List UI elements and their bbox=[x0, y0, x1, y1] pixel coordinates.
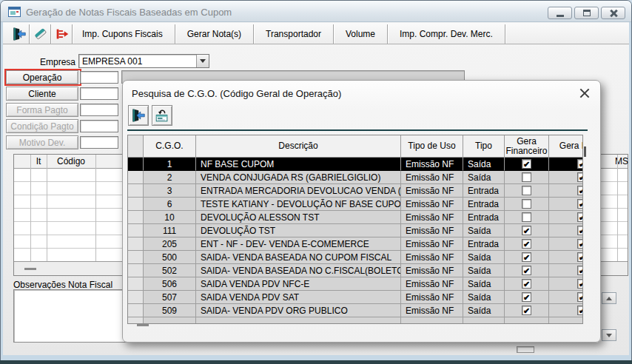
cell-tipo-de-uso: Emissão NF bbox=[401, 184, 463, 198]
gera-fiscal-checkbox[interactable] bbox=[577, 279, 583, 289]
header-gera-fiscal[interactable]: Gera Fiscal bbox=[549, 135, 583, 158]
side-button[interactable]: Operação bbox=[6, 70, 78, 84]
gera-fiscal-checkbox[interactable] bbox=[577, 199, 583, 209]
gera-fiscal-checkbox[interactable] bbox=[577, 186, 583, 195]
cell-tipo: Saída bbox=[463, 251, 505, 264]
gera-financeiro-checkbox[interactable] bbox=[522, 292, 531, 302]
header-tipo-de-uso[interactable]: Tipo de Uso bbox=[401, 135, 463, 158]
gera-financeiro-checkbox[interactable] bbox=[522, 239, 531, 249]
gera-financeiro-checkbox[interactable] bbox=[522, 226, 531, 235]
table-row[interactable]: 111 DEVOLUÇÃO TST Emissão NF Saída bbox=[128, 224, 583, 237]
gera-financeiro-checkbox[interactable] bbox=[522, 279, 531, 289]
table-row[interactable]: 507 SAIDA VENDA PDV SAT Emissão NF Saída bbox=[128, 291, 583, 304]
gera-fiscal-checkbox[interactable] bbox=[577, 266, 583, 275]
scroll-up-button[interactable] bbox=[602, 292, 616, 304]
table-row[interactable]: 500 SAIDA- VENDA BASEADA NO CUPOM FISCAL… bbox=[128, 251, 583, 264]
toolbar-button[interactable]: Transportador bbox=[254, 24, 334, 44]
row-selector[interactable] bbox=[128, 277, 144, 291]
gera-financeiro-checkbox[interactable] bbox=[522, 266, 531, 275]
table-row[interactable]: 502 SAIDA- VENDA BASEADA NO C.FISCAL(BOL… bbox=[128, 264, 583, 277]
horizontal-scroll-thumb[interactable] bbox=[137, 324, 149, 326]
cell-descricao: SAIDA VENDA PDV NFC-E bbox=[196, 277, 401, 291]
clear-button[interactable] bbox=[30, 24, 51, 44]
toolbar-button[interactable]: Gerar Nota(s) bbox=[175, 24, 254, 44]
row-selector[interactable] bbox=[128, 211, 144, 224]
table-row[interactable]: 506 SAIDA VENDA PDV NFC-E Emissão NF Saí… bbox=[128, 277, 583, 291]
row-selector[interactable] bbox=[128, 158, 144, 171]
empresa-select[interactable]: EMPRESA 001 bbox=[78, 54, 209, 68]
side-button[interactable]: Motivo Dev. bbox=[6, 135, 78, 149]
cell-tipo-de-uso: Emissão NF bbox=[401, 224, 463, 237]
gera-fiscal-checkbox[interactable] bbox=[577, 292, 583, 302]
cell-tipo: Saída bbox=[463, 224, 505, 237]
table-row[interactable]: 6 TESTE KATIANY - DEVOLUÇÃO NF BASE CUPO… bbox=[128, 198, 583, 211]
row-selector[interactable] bbox=[128, 304, 144, 317]
side-button[interactable]: Cliente bbox=[6, 87, 78, 101]
dialog-close-button[interactable] bbox=[579, 87, 590, 98]
app-icon bbox=[8, 6, 21, 18]
cell-tipo: Saída bbox=[463, 291, 505, 304]
vertical-scroll-thumb[interactable] bbox=[584, 146, 586, 157]
dialog-exit-button[interactable] bbox=[128, 105, 149, 126]
gera-fiscal-checkbox[interactable] bbox=[577, 212, 583, 222]
cell-descricao: ENTRADA MERCADORIA DEVOLUCAO VENDA (GG) bbox=[196, 184, 401, 198]
operacao-input[interactable] bbox=[80, 71, 118, 84]
gera-fiscal-checkbox[interactable] bbox=[577, 239, 583, 249]
header-gera-financeiro[interactable]: Gera Financeiro bbox=[505, 135, 549, 158]
cell-descricao: SAIDA- VENDA PDV ORG PUBLICO bbox=[196, 304, 401, 317]
row-selector[interactable] bbox=[128, 291, 144, 304]
cgo-table: C.G.O. Descrição Tipo de Uso Tipo Gera F… bbox=[127, 135, 583, 324]
table-row[interactable]: 1 NF BASE CUPOM Emissão NF Saída bbox=[128, 158, 583, 171]
table-row[interactable]: 205 ENT - NF - DEV- VENDA E-COMEMERCE Em… bbox=[128, 237, 583, 251]
exit-button[interactable] bbox=[9, 24, 30, 44]
toolbar-button[interactable]: Imp. Cupons Fiscais bbox=[70, 24, 175, 44]
gera-fiscal-checkbox[interactable] bbox=[577, 172, 583, 182]
gera-fiscal-checkbox[interactable] bbox=[577, 226, 583, 235]
motivo-dev-input[interactable] bbox=[80, 136, 118, 149]
dialog-restore-button[interactable] bbox=[152, 105, 172, 126]
scroll-thumb[interactable] bbox=[24, 268, 36, 270]
row-selector[interactable] bbox=[128, 184, 144, 198]
table-row[interactable]: 10 DEVOLUÇÃO ALESSON TST Emissão NF Entr… bbox=[128, 211, 583, 224]
gera-financeiro-checkbox[interactable] bbox=[522, 186, 531, 195]
toolbar-separator bbox=[127, 129, 588, 131]
condicao-pagto-input[interactable] bbox=[80, 120, 118, 132]
cell-cgo: 507 bbox=[144, 291, 196, 304]
table-row[interactable]: 509 SAIDA- VENDA PDV ORG PUBLICO Emissão… bbox=[128, 304, 583, 317]
gera-financeiro-checkbox[interactable] bbox=[522, 306, 531, 315]
maximize-button[interactable] bbox=[574, 7, 599, 19]
toolbar-button[interactable]: Volume bbox=[334, 24, 388, 44]
forma-pagto-input[interactable] bbox=[80, 104, 118, 116]
row-selector[interactable] bbox=[128, 251, 144, 264]
export-button[interactable] bbox=[52, 24, 73, 44]
gera-financeiro-checkbox[interactable] bbox=[522, 159, 531, 169]
row-selector[interactable] bbox=[128, 264, 144, 277]
table-row[interactable]: 3 ENTRADA MERCADORIA DEVOLUCAO VENDA (GG… bbox=[128, 184, 583, 198]
gera-financeiro-checkbox[interactable] bbox=[522, 199, 531, 209]
row-selector[interactable] bbox=[128, 237, 144, 251]
scroll-down-button[interactable] bbox=[602, 329, 616, 341]
row-selector[interactable] bbox=[128, 171, 144, 184]
title-bar[interactable]: Geração de Notas Fiscais Baseadas em Cup… bbox=[1, 1, 631, 22]
empresa-dropdown-button[interactable] bbox=[196, 55, 209, 67]
toolbar-button[interactable]: Imp. Compr. Dev. Merc. bbox=[388, 24, 505, 44]
gera-financeiro-checkbox[interactable] bbox=[522, 252, 531, 262]
gera-fiscal-checkbox[interactable] bbox=[577, 252, 583, 262]
cell-cgo: 502 bbox=[144, 264, 196, 277]
header-cgo[interactable]: C.G.O. bbox=[144, 135, 196, 158]
row-selector[interactable] bbox=[128, 198, 144, 211]
gera-fiscal-checkbox[interactable] bbox=[577, 159, 583, 169]
gera-fiscal-checkbox[interactable] bbox=[577, 306, 583, 315]
gera-financeiro-checkbox[interactable] bbox=[522, 212, 531, 222]
header-tipo[interactable]: Tipo bbox=[463, 135, 505, 158]
minimize-button[interactable] bbox=[548, 7, 572, 19]
cell-cgo: 1 bbox=[144, 158, 196, 171]
header-descricao[interactable]: Descrição bbox=[196, 135, 401, 158]
row-selector[interactable] bbox=[128, 224, 144, 237]
table-row[interactable]: 2 VENDA CONJUGADA RS (GABRIELGIGLIO) Emi… bbox=[128, 171, 583, 184]
gera-financeiro-checkbox[interactable] bbox=[522, 172, 531, 182]
cliente-input[interactable] bbox=[80, 87, 118, 100]
side-button[interactable]: Condição Pagto bbox=[6, 119, 78, 133]
side-button[interactable]: Forma Pagto bbox=[6, 103, 78, 117]
close-button[interactable] bbox=[601, 7, 625, 19]
